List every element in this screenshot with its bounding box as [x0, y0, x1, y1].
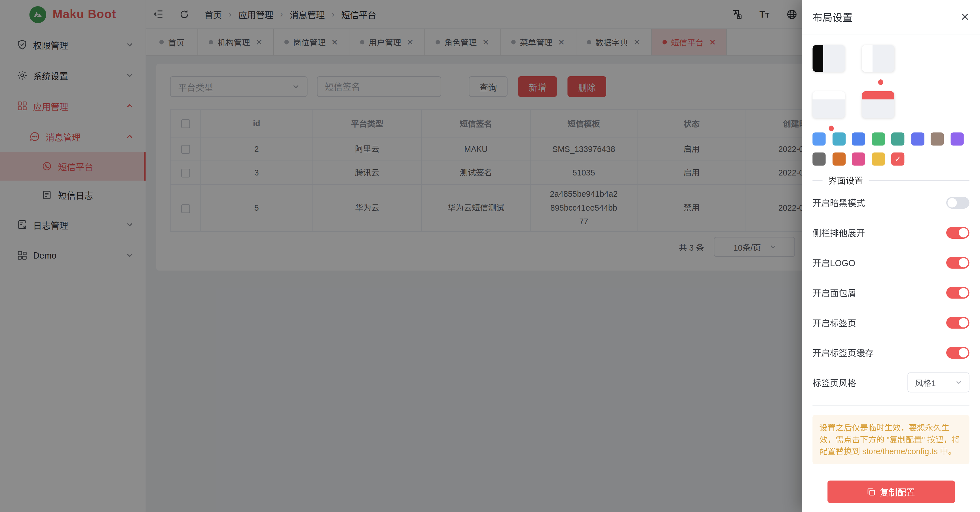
breadcrumb-toggle[interactable] — [946, 286, 969, 299]
copy-icon — [867, 487, 876, 496]
selected-dot-icon — [829, 126, 834, 131]
setting-label: 开启面包屑 — [812, 286, 856, 299]
select-value: 风格1 — [915, 377, 936, 388]
layout-settings-drawer: 布局设置 ✕ ✓ ✓ ✓ ✓ ✓ ✓ ✓ ✓ — [802, 0, 980, 512]
theme-color-swatch[interactable]: ✓ — [812, 153, 826, 165]
theme-color-swatch[interactable]: ✓ — [872, 132, 885, 145]
theme-color-swatch[interactable]: ✓ — [891, 153, 904, 165]
section-divider: 界面设置 — [812, 172, 969, 188]
theme-color-swatch[interactable]: ✓ — [931, 132, 944, 145]
toggle-knob — [959, 258, 968, 267]
theme-color-swatch[interactable]: ✓ — [891, 132, 904, 145]
app-window: Maku Boot 权限管理 系统设置 应用管理 消息管理 — [0, 0, 980, 512]
toggle-knob — [959, 288, 968, 297]
theme-color-swatch[interactable]: ✓ — [832, 132, 845, 145]
layout-option-dark-sidebar[interactable] — [812, 45, 845, 72]
drawer-overlay-mask[interactable] — [0, 0, 802, 512]
theme-color-swatch[interactable]: ✓ — [911, 132, 924, 145]
dark-sidebar-thumb-icon — [812, 45, 823, 72]
layout-option-primary-header[interactable] — [862, 91, 894, 118]
copy-button-label: 复制配置 — [880, 486, 915, 498]
setting-sidebar-exclusive: 侧栏排他展开 — [812, 218, 969, 248]
tab-cache-toggle[interactable] — [946, 347, 969, 358]
setting-tabs: 开启标签页 — [812, 307, 969, 337]
toggle-knob — [959, 348, 968, 357]
theme-color-swatch[interactable]: ✓ — [852, 153, 865, 165]
theme-color-row-2: ✓ ✓ ✓ ✓ ✓ — [812, 153, 969, 165]
toggle-knob — [959, 227, 968, 237]
setting-breadcrumb: 开启面包屑 — [812, 278, 969, 308]
theme-color-swatch[interactable]: ✓ — [812, 132, 826, 145]
theme-color-swatch[interactable]: ✓ — [872, 153, 885, 165]
sidebar-exclusive-toggle[interactable] — [946, 226, 969, 239]
setting-logo: 开启LOGO — [812, 248, 969, 278]
close-icon[interactable]: ✕ — [961, 12, 969, 22]
layout-option-group — [812, 34, 969, 132]
copy-config-button[interactable]: 复制配置 — [827, 480, 955, 503]
setting-label: 开启暗黑模式 — [812, 196, 865, 209]
tabs-toggle[interactable] — [946, 316, 969, 328]
theme-color-swatch[interactable]: ✓ — [832, 153, 845, 165]
setting-label: 标签页风格 — [812, 376, 856, 389]
toggle-knob — [959, 318, 968, 327]
light-header-thumb-icon — [812, 91, 845, 100]
setting-label: 开启标签页 — [812, 316, 856, 329]
setting-label: 开启LOGO — [812, 256, 855, 269]
layout-option-light-header[interactable] — [812, 91, 845, 118]
light-sidebar-thumb-icon — [862, 45, 872, 72]
tab-style-select[interactable]: 风格1 — [907, 372, 969, 393]
logo-toggle[interactable] — [946, 256, 969, 269]
drawer-body: ✓ ✓ ✓ ✓ ✓ ✓ ✓ ✓ ✓ ✓ ✓ ✓ ✓ 界面设置 — [802, 34, 980, 503]
primary-header-thumb-icon — [862, 91, 894, 100]
setting-label: 侧栏排他展开 — [812, 226, 865, 239]
section-title: 界面设置 — [822, 174, 869, 186]
setting-dark-mode: 开启暗黑模式 — [812, 188, 969, 218]
theme-color-swatch[interactable]: ✓ — [950, 132, 963, 145]
chevron-down-icon — [956, 379, 962, 386]
drawer-title: 布局设置 — [812, 10, 853, 24]
toggle-knob — [947, 198, 957, 207]
setting-tab-style: 标签页风格 风格1 — [812, 367, 969, 398]
drawer-header: 布局设置 ✕ — [802, 0, 980, 34]
warning-note: 设置之后仅是临时生效，要想永久生效，需点击下方的 "复制配置" 按钮，将配置替换… — [812, 415, 969, 464]
check-icon: ✓ — [894, 154, 901, 164]
setting-tab-cache: 开启标签页缓存 — [812, 337, 969, 367]
selected-dot-icon — [878, 80, 883, 85]
divider-line — [812, 405, 969, 406]
dark-mode-toggle[interactable] — [946, 196, 969, 208]
theme-color-row-1: ✓ ✓ ✓ ✓ ✓ ✓ ✓ ✓ — [812, 132, 969, 145]
layout-option-light-sidebar[interactable] — [862, 45, 894, 72]
theme-color-swatch[interactable]: ✓ — [852, 132, 865, 145]
setting-label: 开启标签页缓存 — [812, 346, 873, 359]
